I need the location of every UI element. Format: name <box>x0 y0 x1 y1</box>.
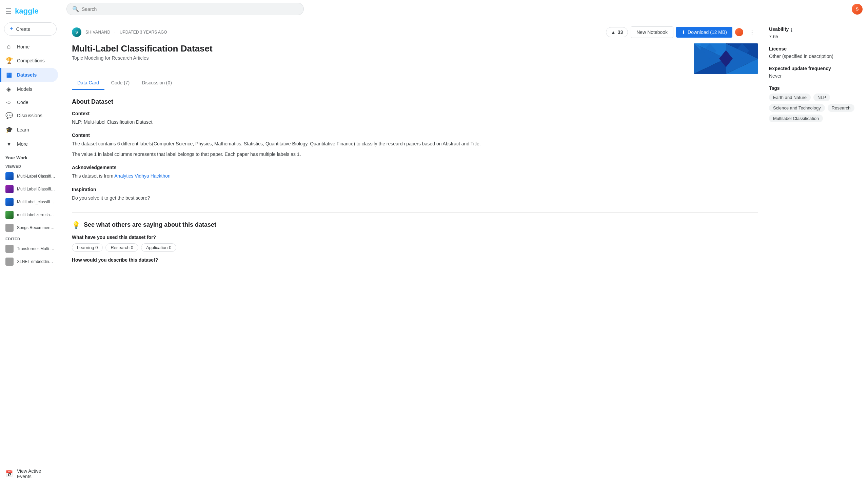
tab-code[interactable]: Code (7) <box>106 77 135 90</box>
more-icon: ▾ <box>5 140 12 148</box>
upvote-icon: ▲ <box>611 29 616 35</box>
sidebar-bottom: 📅 View Active Events <box>0 462 61 485</box>
about-dataset-title: About Dataset <box>72 98 758 105</box>
tab-discussion[interactable]: Discussion (0) <box>136 77 177 90</box>
sidebar-viewed-item-3[interactable]: multi label zero shot cl... <box>0 208 61 221</box>
content-title: Content <box>72 133 758 138</box>
updated-text: UPDATED 3 YEARS AGO <box>120 30 167 35</box>
main-content: S SHIVANAND · UPDATED 3 YEARS AGO ▲ 33 N… <box>72 26 758 480</box>
sidebar-item-datasets[interactable]: ▦ Datasets <box>0 68 58 82</box>
thumb-4 <box>5 224 14 232</box>
license-label: License <box>769 46 857 52</box>
context-title: Context <box>72 111 758 116</box>
search-input[interactable] <box>82 6 298 12</box>
acknowledgements-text: This dataset is from Analytics Vidhya Ha… <box>72 172 758 180</box>
content-section: Content The dataset contains 6 different… <box>72 133 758 158</box>
sidebar: ☰ kaggle + Create ⌂ Home 🏆 Competitions … <box>0 0 61 488</box>
usage-chips: Learning 0 Research 0 Application 0 <box>72 243 758 252</box>
license-value: Other (specified in description) <box>769 54 857 59</box>
download-button[interactable]: ⬇ Download (12 MB) <box>676 27 732 38</box>
user-avatar[interactable]: S <box>852 4 863 15</box>
context-section: Context NLP: Multi-label Classification … <box>72 111 758 126</box>
viewed-item-label-3: multi label zero shot cl... <box>17 212 55 217</box>
edited-label: EDITED <box>0 234 61 242</box>
new-notebook-button[interactable]: New Notebook <box>631 26 673 38</box>
viewed-item-label-4: Songs Recommendatio... <box>17 225 55 230</box>
update-freq-value: Never <box>769 73 857 79</box>
more-options-button[interactable]: ⋮ <box>746 27 758 38</box>
thumb-2 <box>5 198 14 206</box>
community-section: 💡 See what others are saying about this … <box>72 212 758 263</box>
usage-chip-research[interactable]: Research 0 <box>105 243 138 252</box>
author-name: SHIVANAND <box>85 30 111 35</box>
main-area: 🔍 S S SHIVANAND · UPDATED 3 YEARS AGO ▲ … <box>61 0 868 488</box>
sidebar-viewed-item-4[interactable]: Songs Recommendatio... <box>0 221 61 234</box>
plus-icon: + <box>10 25 14 33</box>
used-for-label: What have you used this dataset for? <box>72 235 758 240</box>
tags-container: Earth and Nature NLP Science and Technol… <box>769 94 857 122</box>
kaggle-logo[interactable]: kaggle <box>15 7 39 16</box>
sidebar-viewed-item-2[interactable]: MultiLabel_classificati... <box>0 196 61 208</box>
tabs: Data Card Code (7) Discussion (0) <box>72 77 758 90</box>
competitions-icon: 🏆 <box>5 57 12 64</box>
sidebar-item-more[interactable]: ▾ More <box>0 137 58 151</box>
context-text: NLP: Multi-label Classification Dataset. <box>72 118 758 126</box>
sidebar-item-models[interactable]: ◈ Models <box>0 82 58 96</box>
thumb-3 <box>5 211 14 219</box>
sidebar-logo: ☰ kaggle <box>0 3 61 21</box>
vote-count: 33 <box>618 29 623 35</box>
viewed-item-label-1: Multi Label Classifier - ... <box>17 187 55 191</box>
tag-multilabel-classification[interactable]: Multilabel Classification <box>769 115 823 122</box>
share-avatar[interactable] <box>735 28 743 36</box>
acknowledgements-link[interactable]: Analytics Vidhya Hackthon <box>114 173 171 179</box>
search-bar[interactable]: 🔍 <box>66 3 304 15</box>
tag-research[interactable]: Research <box>828 104 855 112</box>
code-icon: <> <box>5 100 12 105</box>
download-icon: ⬇ <box>682 29 686 35</box>
tags-section: Tags Earth and Nature NLP Science and Te… <box>769 85 857 122</box>
your-work-label[interactable]: Your Work <box>5 155 55 160</box>
usage-chip-learning[interactable]: Learning 0 <box>72 243 103 252</box>
update-freq-label: Expected update frequency <box>769 66 857 71</box>
inspiration-section: Inspiration Do you solve it to get the b… <box>72 187 758 202</box>
content-area: S SHIVANAND · UPDATED 3 YEARS AGO ▲ 33 N… <box>61 18 868 488</box>
usability-label: Usability <box>769 26 789 32</box>
sidebar-item-discussions[interactable]: 💬 Discussions <box>0 108 58 123</box>
events-icon: 📅 <box>5 470 12 477</box>
tag-science-technology[interactable]: Science and Technology <box>769 104 825 112</box>
sidebar-edited-item-0[interactable]: Transformer-Multi-Lab... <box>0 242 61 255</box>
topbar-right: S <box>852 4 863 15</box>
sidebar-viewed-item-1[interactable]: Multi Label Classifier - ... <box>0 183 61 196</box>
sidebar-item-code[interactable]: <> Code <box>0 96 58 108</box>
sidebar-item-competitions[interactable]: 🏆 Competitions <box>0 54 58 68</box>
sidebar-item-learn[interactable]: 🎓 Learn <box>0 123 58 137</box>
tag-earth-nature[interactable]: Earth and Nature <box>769 94 811 101</box>
datasets-icon: ▦ <box>5 71 12 79</box>
vote-button[interactable]: ▲ 33 <box>606 27 628 37</box>
dataset-title-area: Multi-Label Classification Dataset Topic… <box>72 43 213 67</box>
inspiration-text: Do you solve it to get the best score? <box>72 194 758 202</box>
sidebar-viewed-item-0[interactable]: Multi-Label Classificati... <box>0 170 61 183</box>
usability-section: Usability ℹ 7.65 <box>769 26 857 39</box>
tab-data-card[interactable]: Data Card <box>72 77 104 90</box>
thumb-0 <box>5 172 14 180</box>
sidebar-edited-item-1[interactable]: XLNET embedding and... <box>0 255 61 268</box>
learn-icon: 🎓 <box>5 126 12 134</box>
tag-nlp[interactable]: NLP <box>813 94 830 101</box>
view-active-events-button[interactable]: 📅 View Active Events <box>0 465 58 483</box>
sidebar-item-home[interactable]: ⌂ Home <box>0 40 58 54</box>
viewed-label: VIEWED <box>0 162 61 170</box>
usage-chip-application[interactable]: Application 0 <box>141 243 176 252</box>
community-title: 💡 See what others are saying about this … <box>72 221 758 229</box>
edit-thumb-0 <box>5 245 14 253</box>
inspiration-title: Inspiration <box>72 187 758 192</box>
dataset-subtitle: Topic Modeling for Research Articles <box>72 55 213 61</box>
usability-info-icon[interactable]: ℹ <box>791 27 792 33</box>
content-text2: The value 1 in label columns represents … <box>72 150 758 158</box>
update-freq-section: Expected update frequency Never <box>769 66 857 79</box>
hamburger-icon[interactable]: ☰ <box>5 7 12 15</box>
edited-item-label-0: Transformer-Multi-Lab... <box>17 246 55 251</box>
create-button[interactable]: + Create <box>4 22 57 36</box>
dataset-title: Multi-Label Classification Dataset <box>72 43 213 54</box>
author-avatar: S <box>72 27 81 37</box>
